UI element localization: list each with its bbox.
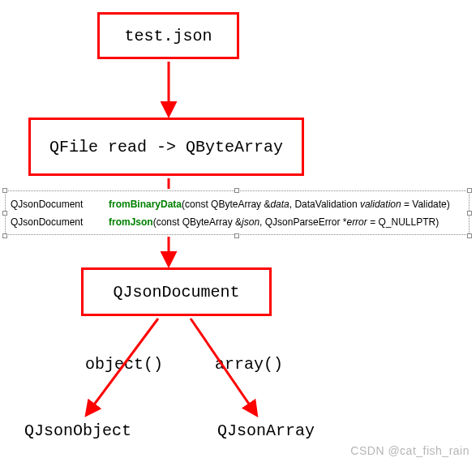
node-qfile: QFile read -> QByteArray xyxy=(28,118,304,176)
selection-handle xyxy=(467,188,472,193)
api-doc-box: QJsonDocument fromBinaryData(const QByte… xyxy=(5,190,470,235)
node-qjsonarray: QJsonArray xyxy=(217,421,315,440)
edge-label-object: object() xyxy=(85,355,163,374)
edge-label-array: array() xyxy=(215,355,283,374)
watermark: CSDN @cat_fish_rain xyxy=(350,444,470,457)
api-return-type: QJsonDocument xyxy=(11,196,96,214)
api-method-name: fromBinaryData xyxy=(109,199,182,210)
selection-handle xyxy=(234,188,239,193)
selection-handle xyxy=(467,233,472,238)
selection-handle xyxy=(467,211,472,216)
selection-handle xyxy=(234,233,239,238)
api-signature: fromJson(const QByteArray &json, QJsonPa… xyxy=(109,214,439,232)
api-row-fromjson: QJsonDocument fromJson(const QByteArray … xyxy=(11,214,464,232)
api-signature: fromBinaryData(const QByteArray &data, D… xyxy=(109,196,450,214)
selection-handle xyxy=(2,188,7,193)
api-args: (const QByteArray &data, DataValidation … xyxy=(182,199,450,210)
node-qjsondocument-label: QJsonDocument xyxy=(113,283,239,302)
node-qjsonobject: QJsonObject xyxy=(24,421,131,440)
node-file-label: test.json xyxy=(124,27,212,45)
node-file: test.json xyxy=(97,12,239,59)
node-qjsondocument: QJsonDocument xyxy=(81,267,272,316)
selection-handle xyxy=(2,233,7,238)
api-args: (const QByteArray &json, QJsonParseError… xyxy=(153,216,439,228)
node-qfile-label: QFile read -> QByteArray xyxy=(49,138,283,156)
api-method-name: fromJson xyxy=(109,216,153,228)
api-return-type: QJsonDocument xyxy=(11,214,96,232)
api-row-frombinarydata: QJsonDocument fromBinaryData(const QByte… xyxy=(11,196,464,214)
selection-handle xyxy=(2,211,7,216)
